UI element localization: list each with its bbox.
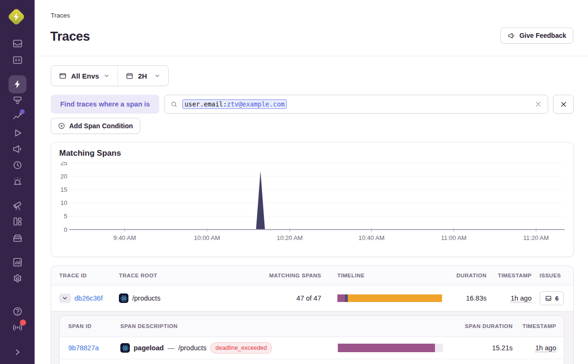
sidebar-item-traces[interactable] xyxy=(9,75,27,93)
col-span-description: Span Description xyxy=(120,323,338,329)
lightning-logo-icon xyxy=(11,12,21,22)
help-icon xyxy=(12,306,23,317)
search-token-key: user.email: xyxy=(184,100,226,108)
trace-root-label: /products xyxy=(132,294,161,302)
trace-timestamp[interactable]: 1h ago xyxy=(511,294,532,302)
page-title: Traces xyxy=(50,29,90,44)
search-icon xyxy=(170,100,178,108)
date-range-label: 2H xyxy=(138,72,147,80)
clear-search-icon[interactable] xyxy=(534,100,542,108)
svg-text:20: 20 xyxy=(61,173,67,180)
sidebar-item-projects[interactable] xyxy=(12,54,23,66)
col-span-duration: Span Duration xyxy=(451,323,513,329)
chevron-down-icon xyxy=(103,72,110,79)
span-duration: 15.21s xyxy=(451,344,513,352)
sidebar-item-stats[interactable] xyxy=(12,257,23,268)
col-issues: Issues xyxy=(532,273,573,278)
chevron-right-icon xyxy=(12,346,23,358)
span-row[interactable]: b7a7e441 ex http.server — GET /organizat… xyxy=(60,359,564,364)
sidebar xyxy=(0,0,35,364)
breadcrumb[interactable]: Traces xyxy=(51,12,70,19)
sidebar-item-profiling[interactable] xyxy=(12,95,23,106)
trace-id-link[interactable]: db26c36f xyxy=(74,294,103,302)
megaphone-icon xyxy=(507,32,516,40)
span-timeline-bar[interactable] xyxy=(338,344,443,352)
trace-issues-button[interactable]: 6 xyxy=(540,291,564,305)
sidebar-item-issues[interactable] xyxy=(12,38,23,49)
give-feedback-button[interactable]: Give Feedback xyxy=(500,27,573,44)
add-span-condition-label: Add Span Condition xyxy=(69,122,133,130)
svg-text:0: 0 xyxy=(64,226,67,233)
span-table: Span ID Span Description Span Duration T… xyxy=(59,315,564,364)
trace-timeline-bar[interactable] xyxy=(337,294,442,302)
sidebar-item-feedback[interactable] xyxy=(12,143,23,155)
sidebar-item-dashboards[interactable] xyxy=(12,216,23,227)
search-token-value: ztv@example.com xyxy=(227,100,285,108)
col-span-id: Span ID xyxy=(60,323,120,329)
sidebar-item-alerts[interactable] xyxy=(12,176,23,187)
expanded-trace-section: Span ID Span Description Span Duration T… xyxy=(51,311,573,364)
collapse-row-button[interactable] xyxy=(59,293,71,303)
bar-chart-icon xyxy=(12,257,23,268)
sidebar-item-releases[interactable] xyxy=(12,232,23,244)
trace-table: Trace ID Trace Root Matching Spans Timel… xyxy=(51,266,574,364)
sidebar-item-help[interactable] xyxy=(12,306,23,317)
trace-issues-count: 6 xyxy=(555,295,559,302)
svg-text:9:40 AM: 9:40 AM xyxy=(113,234,136,241)
main-area: Traces Traces Give Feedback All Envs xyxy=(35,0,588,364)
environment-filter-dropdown[interactable]: All Envs xyxy=(51,72,118,80)
telescope-icon xyxy=(12,200,23,212)
sentry-logo[interactable] xyxy=(7,8,25,26)
matching-spans-count: 47 of 47 xyxy=(255,294,321,302)
trace-table-header: Trace ID Trace Root Matching Spans Timel… xyxy=(51,266,573,285)
sidebar-item-settings[interactable] xyxy=(12,273,23,284)
page-filter-bar: All Envs 2H xyxy=(51,65,574,86)
svg-text:10: 10 xyxy=(61,199,67,206)
span-table-header: Span ID Span Description Span Duration T… xyxy=(60,316,564,337)
profiling-icon xyxy=(12,95,23,106)
plus-circle-icon xyxy=(58,122,65,130)
dashboards-icon xyxy=(12,216,23,227)
chevron-down-icon xyxy=(62,295,68,301)
span-row[interactable]: 9b78827a xyxy=(60,337,564,359)
sidebar-collapse-toggle[interactable] xyxy=(12,346,23,358)
lightning-bolt-icon xyxy=(12,79,23,89)
insights-notification-dot xyxy=(20,109,25,114)
sidebar-item-crons[interactable] xyxy=(12,160,23,171)
react-project-icon xyxy=(119,293,128,303)
page-header: Traces Traces Give Feedback xyxy=(35,0,588,56)
col-timestamp: Timestamp xyxy=(487,273,532,278)
whats-new-alert-dot xyxy=(20,320,26,326)
sidebar-item-replays[interactable] xyxy=(12,127,23,139)
add-span-condition-button[interactable]: Add Span Condition xyxy=(51,118,140,134)
svg-text:15: 15 xyxy=(61,186,67,193)
matching-spans-chart[interactable]: 05101520259:40 AM10:00 AM10:20 AM10:40 A… xyxy=(59,162,565,245)
date-range-dropdown[interactable]: 2H xyxy=(118,72,168,80)
col-duration: Duration xyxy=(450,273,487,278)
close-icon xyxy=(560,100,568,108)
search-token[interactable]: user.email:ztv@example.com xyxy=(182,99,286,109)
play-icon xyxy=(12,127,23,139)
svg-text:5: 5 xyxy=(64,213,67,220)
remove-condition-button[interactable] xyxy=(553,95,574,114)
sidebar-item-discover[interactable] xyxy=(12,200,23,212)
span-search-row: Find traces where a span is user.email:z… xyxy=(51,95,574,114)
col-span-timestamp: Timestamp xyxy=(513,323,564,329)
col-trace-id: Trace ID xyxy=(51,273,119,278)
span-search-input[interactable]: user.email:ztv@example.com xyxy=(164,95,548,114)
svg-text:10:40 AM: 10:40 AM xyxy=(359,234,385,241)
svg-text:11:00 AM: 11:00 AM xyxy=(441,234,467,241)
chart-title: Matching Spans xyxy=(59,149,573,158)
sidebar-item-insights[interactable] xyxy=(12,111,23,122)
span-search-label: Find traces where a span is xyxy=(51,95,159,114)
span-timestamp[interactable]: 1h ago xyxy=(535,344,556,352)
svg-text:10:20 AM: 10:20 AM xyxy=(277,234,303,241)
sidebar-item-whats-new[interactable] xyxy=(12,322,23,333)
matching-spans-panel: Matching Spans 05101520259:40 AM10:00 AM… xyxy=(51,142,574,257)
gear-icon xyxy=(12,273,23,284)
col-timeline: Timeline xyxy=(321,273,450,278)
span-id-link[interactable]: 9b78827a xyxy=(68,344,99,352)
trace-duration: 16.83s xyxy=(450,294,487,302)
trace-row[interactable]: db26c36f /products xyxy=(51,285,573,311)
span-status-badge: deadline_exceeded xyxy=(210,342,272,354)
